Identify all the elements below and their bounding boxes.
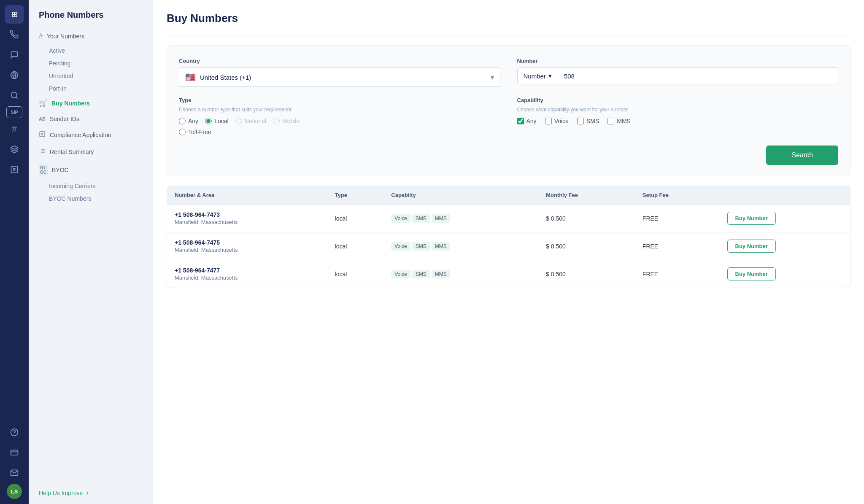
- type-radio-tollfree[interactable]: [179, 129, 186, 135]
- col-type: Type: [327, 186, 384, 205]
- number-type-value: Number: [524, 73, 546, 80]
- type-radio-any[interactable]: [179, 118, 186, 124]
- cell-type: local: [327, 205, 384, 232]
- avatar[interactable]: LS: [7, 484, 22, 499]
- sidebar-sub-active[interactable]: Active: [29, 44, 153, 57]
- grid-icon[interactable]: ⊞: [5, 5, 24, 24]
- type-label: Type: [179, 97, 500, 103]
- sidebar-item-your-numbers[interactable]: # Your Numbers: [29, 28, 153, 44]
- svg-marker-4: [11, 146, 18, 149]
- sidebar-sub-unrented[interactable]: Unrented: [29, 70, 153, 82]
- area-text: Mansfield, Massachusetts: [175, 275, 320, 281]
- cap-option-voice[interactable]: Voice: [545, 118, 569, 124]
- sidebar-item-rental-summary[interactable]: Rental Summary: [29, 143, 153, 160]
- capability-badge: SMS: [412, 242, 430, 251]
- capability-badge: Voice: [391, 242, 410, 251]
- phone-number: +1 508-964-7477: [175, 267, 320, 274]
- billing-icon[interactable]: [5, 443, 24, 462]
- compliance-icon: [39, 131, 46, 139]
- cap-checkbox-sms[interactable]: [577, 118, 584, 124]
- cap-checkbox-voice[interactable]: [545, 118, 552, 124]
- sidebar-item-buy-numbers[interactable]: 🛒 Buy Numbers: [29, 95, 153, 111]
- type-radio-national: [235, 118, 242, 124]
- sip-icon[interactable]: SIP: [6, 106, 22, 118]
- byoc-icon: BYOC: [39, 164, 48, 175]
- sidebar-sub-byoc-numbers[interactable]: BYOC Numbers: [29, 192, 153, 205]
- page-title: Buy Numbers: [167, 12, 850, 25]
- col-capability: Capabiity: [383, 186, 538, 205]
- cell-setup-fee: FREE: [635, 260, 720, 288]
- type-option-tollfree[interactable]: Toll-Free: [179, 129, 211, 135]
- cap-option-any[interactable]: Any: [517, 118, 537, 124]
- type-option-national: National: [235, 118, 266, 124]
- buy-number-button[interactable]: Buy Number: [727, 267, 776, 280]
- help-icon[interactable]: [5, 423, 24, 442]
- buy-number-button[interactable]: Buy Number: [727, 212, 776, 225]
- capability-label: Capability: [517, 97, 839, 103]
- country-col: Country 🇺🇸 United States (+1) ▾: [179, 58, 500, 87]
- number-value-input[interactable]: [558, 68, 838, 84]
- cell-number-area: +1 508-964-7473 Mansfield, Massachusetts: [167, 205, 327, 232]
- svg-line-3: [16, 97, 18, 99]
- cap-checkbox-any[interactable]: [517, 118, 524, 124]
- table-row: +1 508-964-7477 Mansfield, Massachusetts…: [167, 260, 850, 288]
- chevron-down-icon: ▾: [491, 73, 494, 81]
- number-type-select[interactable]: Number ▾: [518, 68, 558, 84]
- layers-icon[interactable]: [5, 140, 24, 159]
- your-numbers-icon: #: [39, 32, 43, 40]
- type-radio-mobile: [273, 118, 280, 124]
- search-btn-row: Search: [179, 146, 838, 165]
- help-improve-label: Help Us Improve: [39, 490, 83, 496]
- buy-numbers-icon: 🛒: [39, 99, 47, 107]
- buy-number-button[interactable]: Buy Number: [727, 240, 776, 253]
- capability-section: Capability Choose what capability you wa…: [517, 97, 839, 124]
- flag-icon: 🇺🇸: [185, 72, 196, 82]
- col-number-area: Number & Area: [167, 186, 327, 205]
- mail-icon[interactable]: [5, 464, 24, 482]
- country-value: United States (+1): [200, 74, 486, 81]
- cell-capabilities: VoiceSMSMMS: [383, 232, 538, 260]
- sidebar-sub-pending[interactable]: Pending: [29, 57, 153, 70]
- chat-icon[interactable]: [5, 46, 24, 64]
- type-radio-group: Any Local National Mobile: [179, 118, 500, 124]
- type-radio-local[interactable]: [205, 118, 212, 124]
- capability-badge: MMS: [432, 270, 450, 278]
- cell-action: Buy Number: [720, 232, 850, 260]
- capability-badge: MMS: [432, 214, 450, 223]
- number-type-chevron-icon: ▾: [548, 72, 552, 80]
- sidebar-item-sender-ids[interactable]: AB Sender IDs: [29, 111, 153, 127]
- capability-badge: SMS: [412, 270, 430, 278]
- cap-option-mms[interactable]: MMS: [608, 118, 631, 124]
- document-icon[interactable]: [5, 160, 24, 179]
- table-row: +1 508-964-7475 Mansfield, Massachusetts…: [167, 232, 850, 260]
- sidebar-sub-incoming-carriers[interactable]: Incoming Carriers: [29, 180, 153, 192]
- hashtag-icon[interactable]: #: [5, 120, 24, 138]
- country-select[interactable]: 🇺🇸 United States (+1) ▾: [179, 67, 500, 87]
- capability-desc: Choose what capability you want for your…: [517, 107, 839, 113]
- type-option-local[interactable]: Local: [205, 118, 228, 124]
- search-button[interactable]: Search: [766, 146, 838, 165]
- cell-capabilities: VoiceSMSMMS: [383, 205, 538, 232]
- sidebar-item-byoc[interactable]: BYOC BYOC: [29, 160, 153, 180]
- sidebar: Phone Numbers # Your Numbers Active Pend…: [29, 0, 153, 504]
- filter-row-2: Type Choose a number type that suits you…: [179, 97, 838, 135]
- capability-badge: MMS: [432, 242, 450, 251]
- number-col: Number Number ▾: [517, 58, 839, 87]
- type-radio-group-2: Toll-Free: [179, 129, 500, 135]
- type-option-mobile: Mobile: [273, 118, 300, 124]
- phone-icon[interactable]: [5, 25, 24, 44]
- svg-point-2: [11, 92, 17, 98]
- col-monthly-fee: Monthly Fee: [538, 186, 635, 205]
- globe-icon[interactable]: [5, 66, 24, 84]
- cap-option-sms[interactable]: SMS: [577, 118, 599, 124]
- sidebar-sub-portin[interactable]: Port-In: [29, 82, 153, 95]
- search-icon[interactable]: [5, 86, 24, 105]
- help-chevron-icon: ›: [86, 488, 89, 497]
- divider: [167, 35, 850, 35]
- sidebar-footer-help[interactable]: Help Us Improve ›: [29, 482, 153, 504]
- cell-monthly-fee: $ 0.500: [538, 260, 635, 288]
- sidebar-item-compliance[interactable]: Compliance Application: [29, 127, 153, 143]
- type-option-any[interactable]: Any: [179, 118, 198, 124]
- cap-checkbox-mms[interactable]: [608, 118, 614, 124]
- rental-summary-icon: [39, 148, 46, 156]
